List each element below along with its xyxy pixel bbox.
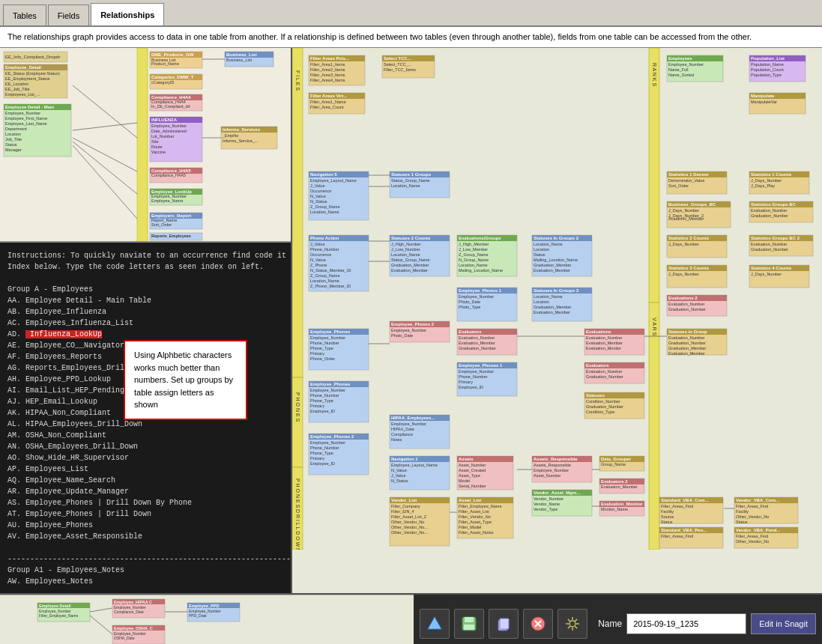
svg-text:EE_Info_Compliant_Dropdr: EE_Info_Compliant_Dropdr [5, 55, 60, 59]
svg-text:Employee_Number: Employee_Number [534, 468, 569, 473]
svg-text:Employee_Number: Employee_Number [151, 124, 187, 128]
svg-text:Department: Department [5, 127, 27, 131]
svg-text:Population_List: Population_List [751, 56, 785, 61]
diagram-preview[interactable]: EE_Info_Compliant_Dropdr Employee_Detail… [0, 48, 291, 243]
svg-text:DME_Products_GW: DME_Products_GW [151, 52, 194, 57]
svg-text:Other_Vendor_No...: Other_Vendor_No... [391, 525, 428, 529]
svg-text:Phone_Order: Phone_Order [310, 356, 335, 361]
bottom-mini-diagram[interactable]: Employee Detail Employee_Number Filter_E… [0, 595, 414, 644]
svg-text:Name_Sorted: Name_Sorted [668, 73, 694, 77]
svg-text:_EmpNo: _EmpNo [222, 133, 238, 138]
toolbar-btn-settings[interactable] [557, 609, 587, 639]
svg-text:EE_Job_Title: EE_Job_Title [5, 87, 30, 91]
svg-text:N_Group_Name: N_Group_Name [459, 258, 489, 262]
svg-text:Filter_EIN_4: Filter_EIN_4 [391, 509, 414, 514]
svg-text:Location_Name: Location_Name [534, 294, 563, 299]
svg-text:Informs_Service_...: Informs_Service_... [223, 139, 259, 143]
svg-rect-81 [292, 377, 303, 467]
svg-text:Status_Group_Name: Status_Group_Name [391, 178, 430, 183]
svg-text:ManipulateVar: ManipulateVar [751, 100, 777, 104]
svg-text:Phone_Number: Phone_Number [310, 393, 339, 398]
svg-text:Evaluation_Member: Evaluation_Member [668, 351, 705, 356]
bottom-section: Employee Detail Employee_Number Filter_E… [0, 593, 822, 644]
svg-text:Z_Phone_Member_ID: Z_Phone_Member_ID [310, 284, 351, 288]
svg-text:cCategoryID: cCategoryID [151, 80, 175, 85]
svg-text:Evaluations: Evaluations [586, 329, 611, 334]
svg-text:Statistics Groups BC: Statistics Groups BC [751, 202, 797, 207]
svg-text:P H O N E S D R I L L D O W N: P H O N E S D R I L L D O W N [295, 479, 300, 550]
svg-text:Status: Status [5, 142, 17, 147]
svg-text:N_Status: N_Status [310, 199, 327, 204]
svg-text:OSHA_Date: OSHA_Date [114, 636, 135, 640]
svg-text:Filter_Area2_Items: Filter_Area2_Items [310, 67, 345, 72]
svg-text:Employees_List_...: Employees_List_... [5, 92, 40, 97]
svg-text:Statistics 2 Counts: Statistics 2 Counts [668, 236, 710, 240]
toolbar-btn-navigate[interactable] [420, 609, 450, 639]
svg-text:Evaluation_Member: Evaluation_Member [391, 268, 428, 273]
svg-text:Mailing_Location_Name: Mailing_Location_Name [459, 268, 503, 273]
svg-text:Source: Source [661, 514, 674, 519]
svg-point-430 [569, 621, 575, 627]
tab-relationships[interactable]: Relationships [91, 3, 164, 25]
svg-text:Phone_Type: Phone_Type [310, 451, 333, 455]
svg-text:Compliance: Compliance [391, 432, 413, 437]
svg-text:Serial_Number: Serial_Number [459, 484, 486, 488]
svg-text:Compliance_Date: Compliance_Date [114, 610, 144, 614]
svg-text:Evaluation_Number: Evaluation_Number [668, 335, 704, 340]
svg-text:Phone_Type: Phone_Type [310, 346, 333, 350]
toolbar-btn-close[interactable] [523, 609, 553, 639]
svg-text:Other_Vendor_No: Other_Vendor_No [736, 539, 769, 544]
svg-text:Filter Areas Pcts...: Filter Areas Pcts... [310, 56, 349, 61]
svg-text:J_Days_Number: J_Days_Number [668, 242, 699, 246]
svg-text:Informs_Services: Informs_Services [223, 127, 261, 132]
svg-text:Evaluators 2: Evaluators 2 [601, 479, 628, 484]
tab-tables[interactable]: Tables [3, 4, 46, 25]
tab-bar: Tables Fields Relationships [0, 0, 822, 27]
svg-text:Statistics 4 Counts: Statistics 4 Counts [751, 266, 792, 270]
svg-text:Facility: Facility [736, 509, 749, 514]
name-input[interactable] [626, 613, 746, 634]
svg-text:Vendor_List: Vendor_List [391, 498, 417, 502]
svg-text:Vendor_Number: Vendor_Number [534, 496, 563, 501]
toolbar-btn-save[interactable] [454, 609, 484, 639]
svg-text:Evaluation_Number: Evaluation_Number [751, 242, 787, 246]
right-diagram[interactable]: F I L E S P H O N E S P H O N E S D R I … [292, 48, 822, 593]
svg-text:Evaluation_Monitor: Evaluation_Monitor [586, 346, 621, 350]
svg-text:Filter_Area1_Items: Filter_Area1_Items [310, 62, 345, 67]
svg-rect-79 [292, 48, 303, 377]
svg-text:Population_Type: Population_Type [751, 73, 782, 77]
svg-text:Employees: Employees [668, 56, 692, 61]
description-bar: The relationships graph provides access … [0, 27, 822, 48]
svg-text:Employee_Photos 1: Employee_Photos 1 [459, 288, 502, 293]
svg-rect-426 [500, 619, 509, 629]
svg-text:Employee_Phones: Employee_Phones [310, 382, 351, 386]
edit-in-snagit-button[interactable]: Edit in Snagit [751, 613, 816, 634]
toolbar-btn-copy[interactable] [489, 609, 519, 639]
svg-text:Filter_Area_Count: Filter_Area_Count [310, 105, 344, 109]
svg-text:Employee_Phones 1: Employee_Phones 1 [459, 363, 503, 368]
svg-text:Phone_Type: Phone_Type [310, 398, 333, 403]
svg-text:J_Days_Play: J_Days_Play [751, 183, 775, 188]
svg-text:Graduation_Number: Graduation_Number [751, 213, 788, 218]
svg-text:Employee_HIPAA C: Employee_HIPAA C [114, 600, 152, 604]
svg-text:Filter_Area1_Name: Filter_Area1_Name [310, 100, 346, 104]
svg-text:Graduation_Number: Graduation_Number [586, 374, 623, 379]
svg-text:Filter_Asset_Notes: Filter_Asset_Notes [459, 530, 494, 535]
svg-text:Employee Detail: Employee Detail [39, 604, 71, 608]
svg-text:Graduation_Number: Graduation_Number [751, 247, 788, 252]
svg-text:J_Days_Number: J_Days_Number [751, 272, 782, 276]
svg-text:Filter_TCC_Items: Filter_TCC_Items [384, 67, 416, 72]
svg-text:Condition_Number: Condition_Number [586, 399, 620, 404]
svg-text:N_Value: N_Value [310, 194, 326, 198]
svg-text:Evaluation_Number: Evaluation_Number [459, 335, 495, 340]
svg-text:Name_Full: Name_Full [668, 67, 689, 72]
svg-text:Filter_Model: Filter_Model [459, 525, 481, 529]
tab-fields[interactable]: Fields [48, 4, 89, 25]
svg-text:Select_TCC_...: Select_TCC_... [384, 62, 412, 67]
svg-text:Employee_Number: Employee_Number [459, 369, 494, 374]
svg-text:Phone_Number: Phone_Number [310, 341, 339, 345]
svg-text:R A N K S: R A N K S [652, 63, 657, 86]
svg-text:Vendor_VBA_Pend...: Vendor_VBA_Pend... [736, 528, 781, 532]
svg-text:Employee_Layout_Name: Employee_Layout_Name [310, 178, 357, 183]
svg-text:J_Value: J_Value [310, 242, 324, 246]
